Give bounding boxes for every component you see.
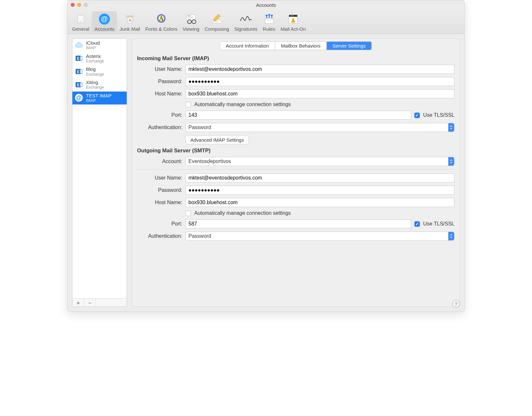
pref-toolbar: General @ Accounts ✕ Junk Mail A [68, 9, 464, 34]
accounts-sidebar: iCloud IMAP E Asterix Exchange E [72, 38, 127, 307]
add-account-button[interactable]: ＋ [72, 299, 84, 307]
incoming-port-label: Port: [137, 112, 182, 118]
svg-text:@: @ [101, 15, 108, 23]
incoming-auth-select[interactable]: Password [186, 123, 454, 132]
svg-point-22 [290, 16, 291, 16]
outgoing-password-input[interactable] [186, 186, 454, 195]
outgoing-account-select[interactable]: Eventosdeportivos [186, 157, 454, 166]
toolbar-mail-act-on[interactable]: Mail Act-On [278, 11, 309, 32]
svg-rect-11 [187, 18, 194, 18]
tab-account-information[interactable]: Account Information [220, 42, 275, 50]
select-caret-icon [448, 123, 454, 132]
outgoing-tls-checkbox[interactable] [414, 221, 420, 227]
svg-point-24 [293, 16, 293, 16]
account-name: Asterix [86, 53, 104, 59]
titlebar: Accounts [68, 0, 464, 9]
account-type: Exchange [86, 85, 104, 90]
composing-icon [210, 13, 223, 26]
svg-rect-1 [80, 21, 82, 22]
incoming-hostname-input[interactable] [186, 89, 454, 98]
account-name: Xiting [86, 80, 104, 85]
outgoing-hostname-label: Host Name: [137, 200, 182, 205]
account-name: iCloud [86, 40, 100, 46]
exchange-icon: E [74, 67, 83, 76]
help-button[interactable]: ? [452, 300, 460, 308]
account-type: IMAP [86, 98, 112, 103]
outgoing-port-label: Port: [137, 221, 182, 227]
account-type: IMAP [86, 46, 100, 50]
incoming-auth-label: Authentication: [137, 125, 182, 130]
outgoing-username-label: User Name: [137, 175, 182, 181]
svg-text:E: E [77, 70, 80, 74]
outgoing-hostname-input[interactable] [186, 198, 454, 207]
settings-panel: Account Information Mailbox Behaviors Se… [132, 38, 460, 307]
incoming-password-label: Password: [137, 79, 182, 84]
incoming-tls-label: Use TLS/SSL [423, 112, 454, 118]
outgoing-port-input[interactable] [186, 219, 411, 228]
account-type: Exchange [86, 59, 104, 63]
account-name: Blog [86, 66, 104, 72]
exchange-icon: E [74, 54, 83, 63]
svg-rect-9 [187, 16, 191, 16]
accounts-icon: @ [98, 13, 111, 26]
at-icon: @ [74, 93, 83, 102]
svg-rect-10 [187, 17, 194, 17]
incoming-auto-checkbox[interactable] [186, 102, 191, 107]
divider [137, 169, 454, 170]
toolbar-fonts-colors[interactable]: A Fonts & Colors [143, 11, 180, 32]
window-title: Accounts [68, 2, 464, 8]
toolbar-rules[interactable]: Rules [260, 11, 278, 32]
outgoing-account-label: Account: [137, 159, 182, 164]
incoming-password-input[interactable] [186, 77, 454, 86]
account-row-xiting[interactable]: E Xiting Exchange [72, 78, 127, 92]
account-row-asterix[interactable]: E Asterix Exchange [72, 52, 127, 65]
svg-rect-33 [80, 83, 82, 87]
settings-tabs: Account Information Mailbox Behaviors Se… [220, 41, 372, 50]
tab-server-settings[interactable]: Server Settings [327, 42, 372, 50]
sidebar-footer-spacer [96, 299, 127, 307]
account-row-icloud[interactable]: iCloud IMAP [72, 39, 127, 52]
svg-text:@: @ [76, 94, 82, 101]
icloud-icon [74, 41, 83, 50]
outgoing-account-value: Eventosdeportivos [188, 159, 231, 164]
incoming-username-label: User Name: [137, 66, 182, 72]
toolbar-junk-mail[interactable]: ✕ Junk Mail [117, 11, 143, 32]
incoming-heading: Incoming Mail Server (IMAP) [137, 55, 454, 61]
mail-act-on-icon [287, 13, 300, 26]
toolbar-composing[interactable]: Composing [202, 11, 232, 32]
svg-rect-4 [126, 16, 133, 17]
svg-rect-30 [80, 70, 82, 73]
toolbar-general[interactable]: General [69, 11, 92, 32]
plus-icon: ＋ [75, 299, 81, 307]
tab-mailbox-behaviors[interactable]: Mailbox Behaviors [275, 42, 327, 50]
svg-text:E: E [77, 83, 80, 87]
advanced-imap-button[interactable]: Advanced IMAP Settings [186, 135, 249, 144]
outgoing-username-input[interactable] [186, 173, 454, 182]
outgoing-heading: Outgoing Mail Server (SMTP) [137, 148, 454, 154]
account-name: TEST IMAP [86, 93, 112, 98]
signatures-icon [239, 13, 252, 26]
svg-rect-17 [213, 22, 218, 22]
content-area: iCloud IMAP E Asterix Exchange E [68, 34, 464, 312]
help-icon: ? [455, 301, 457, 307]
viewing-icon [185, 13, 197, 26]
outgoing-auth-select[interactable]: Password [186, 232, 454, 241]
account-type: Exchange [86, 72, 104, 77]
account-row-test-imap[interactable]: @ TEST IMAP IMAP [72, 92, 127, 105]
rules-icon [263, 13, 276, 26]
general-icon [74, 13, 87, 26]
incoming-tls-checkbox[interactable] [414, 113, 420, 118]
incoming-auto-label: Automatically manage connection settings [194, 102, 291, 107]
toolbar-accounts[interactable]: @ Accounts [92, 11, 117, 32]
outgoing-auto-checkbox[interactable] [186, 211, 191, 216]
incoming-username-input[interactable] [186, 65, 454, 74]
account-row-blog[interactable]: E Blog Exchange [72, 65, 127, 78]
sidebar-footer: ＋ － [72, 298, 127, 307]
outgoing-auth-value: Password [188, 233, 211, 239]
remove-account-button[interactable]: － [84, 299, 96, 307]
incoming-port-input[interactable] [186, 111, 411, 120]
toolbar-signatures[interactable]: Signatures [232, 11, 260, 32]
incoming-auth-value: Password [188, 125, 211, 130]
preferences-window: Accounts General @ Accounts ✕ Junk Mail [67, 0, 465, 312]
toolbar-viewing[interactable]: Viewing [180, 11, 202, 32]
